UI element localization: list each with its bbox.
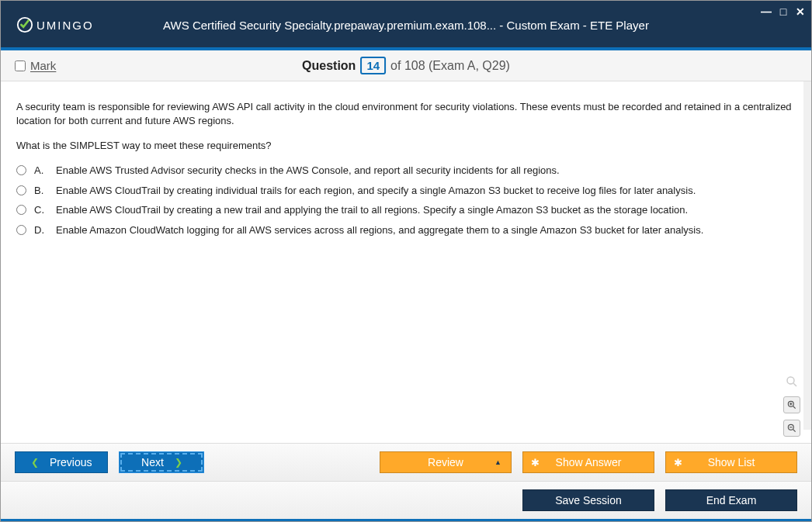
next-button[interactable]: Next ❯	[119, 451, 204, 473]
option-text: Enable AWS CloudTrail by creating a new …	[56, 203, 688, 217]
mark-label[interactable]: Mark	[30, 59, 56, 72]
option-text: Enable Amazon CloudWatch logging for all…	[56, 223, 703, 237]
zoom-reset-button[interactable]	[783, 373, 800, 390]
maximize-button[interactable]: □	[777, 5, 789, 18]
title-bar: UMINGO AWS Certified Security Specialty.…	[1, 1, 811, 47]
window-controls: — □ ✕	[760, 5, 807, 18]
save-session-label: Save Session	[555, 494, 622, 506]
list-icon: ✱	[674, 457, 682, 468]
save-session-button[interactable]: Save Session	[522, 489, 654, 511]
question-text-1: A security team is responsible for revie…	[16, 100, 796, 127]
question-of-text: of 108 (Exam A, Q29)	[390, 59, 510, 73]
option-a[interactable]: A. Enable AWS Trusted Advisor security c…	[16, 164, 796, 178]
previous-button[interactable]: ❮ Previous	[15, 451, 108, 473]
show-answer-button[interactable]: ✱ Show Answer	[522, 451, 654, 473]
question-number-box: 14	[360, 57, 386, 74]
svg-line-8	[793, 430, 796, 432]
previous-label: Previous	[50, 456, 92, 468]
svg-line-4	[793, 406, 796, 409]
question-text-2: What is the SIMPLEST way to meet these r…	[16, 140, 796, 151]
minimize-button[interactable]: —	[760, 5, 772, 18]
logo-text: UMINGO	[36, 19, 94, 32]
vertical-scrollbar[interactable]	[803, 81, 811, 430]
question-content: A security team is responsible for revie…	[1, 81, 811, 443]
question-label: Question	[302, 59, 356, 73]
option-d[interactable]: D. Enable Amazon CloudWatch logging for …	[16, 223, 796, 237]
triangle-up-icon: ▲	[494, 458, 501, 466]
svg-line-2	[793, 383, 796, 386]
option-a-radio[interactable]	[16, 165, 26, 175]
end-exam-button[interactable]: End Exam	[665, 489, 797, 511]
close-button[interactable]: ✕	[794, 5, 807, 18]
show-list-label: Show List	[708, 456, 755, 468]
option-d-radio[interactable]	[16, 225, 26, 235]
chevron-right-icon: ❯	[175, 457, 182, 468]
end-exam-label: End Exam	[706, 494, 757, 506]
window-title: AWS Certified Security Specialty.prepawa…	[163, 19, 649, 32]
next-label: Next	[141, 456, 164, 468]
option-text: Enable AWS CloudTrail by creating indivi…	[56, 184, 696, 198]
logo: UMINGO	[16, 16, 94, 33]
zoom-in-icon	[786, 399, 797, 410]
show-list-button[interactable]: ✱ Show List	[665, 451, 797, 473]
logo-checkmark-icon	[16, 16, 33, 33]
option-letter: C.	[34, 203, 48, 217]
option-c-radio[interactable]	[16, 205, 26, 215]
option-letter: B.	[34, 184, 48, 198]
zoom-out-button[interactable]	[783, 420, 800, 437]
mark-checkbox[interactable]	[15, 60, 26, 71]
options-list: A. Enable AWS Trusted Advisor security c…	[16, 164, 796, 237]
zoom-in-button[interactable]	[783, 396, 800, 413]
option-text: Enable AWS Trusted Advisor security chec…	[56, 164, 560, 178]
option-letter: A.	[34, 164, 48, 178]
mark-control: Mark	[15, 59, 56, 72]
magnifier-icon	[785, 375, 799, 389]
show-answer-label: Show Answer	[556, 456, 622, 468]
option-letter: D.	[34, 223, 48, 237]
review-button[interactable]: Review ▲	[380, 451, 512, 473]
footer-row-2: Save Session End Exam	[1, 481, 811, 521]
svg-point-1	[787, 377, 794, 384]
zoom-out-icon	[786, 423, 797, 434]
app-window: UMINGO AWS Certified Security Specialty.…	[0, 0, 812, 522]
chevron-left-icon: ❮	[31, 457, 39, 468]
option-b-radio[interactable]	[16, 185, 26, 195]
footer-row-1: ❮ Previous Next ❯ Review ▲ ✱ Show Answer…	[1, 443, 811, 481]
question-header: Mark Question 14 of 108 (Exam A, Q29)	[1, 50, 811, 81]
option-c[interactable]: C. Enable AWS CloudTrail by creating a n…	[16, 203, 796, 217]
star-icon: ✱	[531, 457, 540, 468]
option-b[interactable]: B. Enable AWS CloudTrail by creating ind…	[16, 184, 796, 198]
zoom-controls	[783, 373, 800, 437]
question-number-display: Question 14 of 108 (Exam A, Q29)	[302, 57, 510, 74]
review-label: Review	[428, 456, 463, 468]
